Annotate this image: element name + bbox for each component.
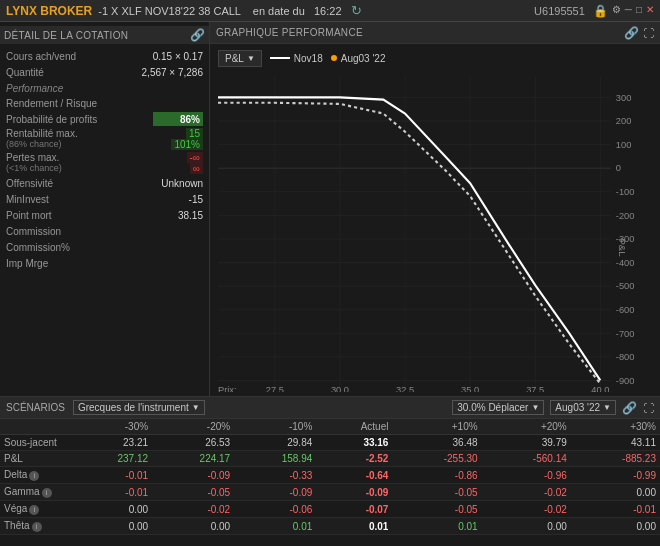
date-dropdown[interactable]: Aug03 '22 bbox=[550, 400, 616, 415]
cell-r2-c6: -0.99 bbox=[571, 467, 660, 484]
cell-r0-c3: 33.16 bbox=[316, 435, 392, 451]
detail-section-header: DÉTAIL DE LA COTATION 🔗 bbox=[0, 26, 209, 44]
table-row: Deltai-0.01-0.09-0.33-0.64-0.86-0.96-0.9… bbox=[0, 467, 660, 484]
chart-expand-icon[interactable]: ⛶ bbox=[643, 27, 654, 39]
svg-text:-700: -700 bbox=[616, 327, 635, 338]
col-header-label bbox=[0, 419, 70, 435]
col-header-m10: -10% bbox=[234, 419, 316, 435]
cell-r2-c4: -0.86 bbox=[392, 467, 481, 484]
svg-text:-600: -600 bbox=[616, 304, 635, 315]
chart-svg: 300 200 100 0 -100 -200 -300 -400 -500 -… bbox=[218, 76, 652, 392]
cell-r4-c3: -0.07 bbox=[316, 501, 392, 518]
commission-pct-row: Commission% bbox=[6, 239, 203, 255]
cell-r1-c1: 224.17 bbox=[152, 451, 234, 467]
svg-text:-500: -500 bbox=[616, 280, 635, 291]
title-bar: LYNX BROKER -1 X XLF NOV18'22 38 CALL en… bbox=[0, 0, 660, 22]
deplacer-dropdown[interactable]: 30.0% Déplacer bbox=[452, 400, 544, 415]
cell-r0-c5: 39.79 bbox=[482, 435, 571, 451]
row-label-5: Thêtai bbox=[0, 518, 70, 535]
col-header-actual: Actuel bbox=[316, 419, 392, 435]
pl-dropdown[interactable]: P&L bbox=[218, 50, 262, 67]
row-label-3: Gammai bbox=[0, 484, 70, 501]
cell-r4-c5: -0.02 bbox=[482, 501, 571, 518]
svg-text:30.0: 30.0 bbox=[331, 384, 349, 392]
solid-line-legend bbox=[270, 57, 290, 59]
col-header-m20: -20% bbox=[152, 419, 234, 435]
svg-text:37.5: 37.5 bbox=[526, 384, 544, 392]
cell-r2-c2: -0.33 bbox=[234, 467, 316, 484]
cell-r5-c1: 0.00 bbox=[152, 518, 234, 535]
cell-r4-c2: -0.06 bbox=[234, 501, 316, 518]
maximize-icon[interactable]: □ bbox=[636, 4, 642, 18]
cell-r5-c4: 0.01 bbox=[392, 518, 481, 535]
scenarios-link-icon[interactable]: 🔗 bbox=[622, 401, 637, 415]
table-row: Sous-jacent23.2126.5329.8433.1636.4839.7… bbox=[0, 435, 660, 451]
cell-r0-c6: 43.11 bbox=[571, 435, 660, 451]
legend-aug03: Aug03 '22 bbox=[331, 53, 386, 64]
cell-r5-c6: 0.00 bbox=[571, 518, 660, 535]
cell-r3-c0: -0.01 bbox=[70, 484, 152, 501]
point-mort-row: Point mort 38.15 bbox=[6, 207, 203, 223]
svg-text:-800: -800 bbox=[616, 351, 635, 362]
minimize-icon[interactable]: ─ bbox=[625, 4, 632, 18]
cell-r4-c4: -0.05 bbox=[392, 501, 481, 518]
scenarios-header: SCÉNARIOS Grecques de l'instrument 30.0%… bbox=[0, 397, 660, 419]
info-icon[interactable]: i bbox=[29, 471, 39, 481]
prob-row: Probabilité de profits 86% bbox=[6, 111, 203, 127]
chart-link-icon[interactable]: 🔗 bbox=[624, 26, 639, 40]
cell-r4-c0: 0.00 bbox=[70, 501, 152, 518]
cell-r5-c5: 0.00 bbox=[482, 518, 571, 535]
grecques-dropdown[interactable]: Grecques de l'instrument bbox=[73, 400, 205, 415]
cell-r5-c3: 0.01 bbox=[316, 518, 392, 535]
cell-r3-c6: 0.00 bbox=[571, 484, 660, 501]
close-icon[interactable]: ✕ bbox=[646, 4, 654, 18]
cell-r2-c0: -0.01 bbox=[70, 467, 152, 484]
svg-text:40.0: 40.0 bbox=[591, 384, 609, 392]
cell-r4-c1: -0.02 bbox=[152, 501, 234, 518]
imp-mrge-row: Imp Mrge bbox=[6, 255, 203, 271]
svg-text:0: 0 bbox=[616, 162, 621, 173]
right-panel: GRAPHIQUE PERFORMANCE 🔗 ⛶ P&L Nov18 Aug0… bbox=[210, 22, 660, 396]
cell-r0-c2: 29.84 bbox=[234, 435, 316, 451]
cell-r3-c1: -0.05 bbox=[152, 484, 234, 501]
col-header-p10: +10% bbox=[392, 419, 481, 435]
svg-text:100: 100 bbox=[616, 139, 632, 150]
info-icon[interactable]: i bbox=[42, 488, 52, 498]
svg-text:35.0: 35.0 bbox=[461, 384, 479, 392]
window-controls: 🔒 ⚙ ─ □ ✕ bbox=[593, 4, 654, 18]
lock-icon[interactable]: 🔒 bbox=[593, 4, 608, 18]
settings-icon[interactable]: ⚙ bbox=[612, 4, 621, 18]
svg-text:-400: -400 bbox=[616, 257, 635, 268]
table-row: P&L237.12224.17158.94-2.52-255.30-560.14… bbox=[0, 451, 660, 467]
cell-r4-c6: -0.01 bbox=[571, 501, 660, 518]
prob-bar: 86% bbox=[153, 112, 203, 126]
info-icon[interactable]: i bbox=[29, 505, 39, 515]
cell-r1-c6: -885.23 bbox=[571, 451, 660, 467]
commission-row: Commission bbox=[6, 223, 203, 239]
row-label-4: Végai bbox=[0, 501, 70, 518]
chart-controls: P&L Nov18 Aug03 '22 bbox=[210, 44, 660, 72]
top-section: DÉTAIL DE LA COTATION 🔗 Cours ach/vend 0… bbox=[0, 22, 660, 396]
cell-r2-c3: -0.64 bbox=[316, 467, 392, 484]
info-icon[interactable]: i bbox=[32, 522, 42, 532]
broker-logo: LYNX BROKER bbox=[6, 4, 92, 18]
table-row: Gammai-0.01-0.05-0.09-0.09-0.05-0.020.00 bbox=[0, 484, 660, 501]
left-panel: DÉTAIL DE LA COTATION 🔗 Cours ach/vend 0… bbox=[0, 22, 210, 396]
legend-nov18: Nov18 bbox=[270, 53, 323, 64]
table-row: Thêtai0.000.000.010.010.010.000.00 bbox=[0, 518, 660, 535]
user-id: U6195551 bbox=[534, 5, 585, 17]
svg-text:-900: -900 bbox=[616, 375, 635, 386]
cell-r3-c3: -0.09 bbox=[316, 484, 392, 501]
scenarios-expand-icon[interactable]: ⛶ bbox=[643, 402, 654, 414]
cell-r5-c2: 0.01 bbox=[234, 518, 316, 535]
table-row: Végai0.00-0.02-0.06-0.07-0.05-0.02-0.01 bbox=[0, 501, 660, 518]
cell-r2-c5: -0.96 bbox=[482, 467, 571, 484]
refresh-icon[interactable]: ↻ bbox=[351, 3, 362, 18]
rentabilite-row: Rentabilité max. (86% chance) 15 101% bbox=[6, 127, 203, 151]
scenarios-table: -30% -20% -10% Actuel +10% +20% +30% Sou… bbox=[0, 419, 660, 535]
row-label-0: Sous-jacent bbox=[0, 435, 70, 451]
link-icon[interactable]: 🔗 bbox=[190, 28, 205, 42]
main-container: DÉTAIL DE LA COTATION 🔗 Cours ach/vend 0… bbox=[0, 22, 660, 546]
col-header-p30: +30% bbox=[571, 419, 660, 435]
cell-r2-c1: -0.09 bbox=[152, 467, 234, 484]
